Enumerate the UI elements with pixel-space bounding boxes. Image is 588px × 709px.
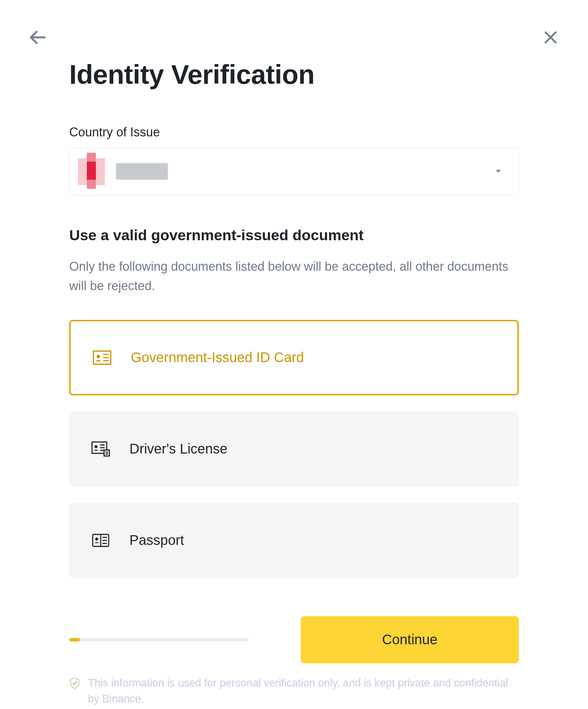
id-card-icon (93, 348, 111, 367)
page-title: Identity Verification (69, 59, 519, 90)
document-option-passport[interactable]: Passport (69, 503, 519, 578)
close-icon (542, 29, 559, 46)
identity-verification-modal: Identity Verification Country of Issue U… (0, 0, 588, 709)
svg-point-9 (94, 445, 98, 448)
country-flag-redacted (78, 153, 168, 191)
country-select[interactable] (69, 148, 519, 196)
arrow-left-icon (28, 28, 47, 47)
svg-rect-13 (104, 450, 109, 456)
shield-check-icon (69, 677, 80, 691)
document-option-label: Driver's License (129, 441, 227, 457)
country-label: Country of Issue (69, 125, 519, 140)
progress-bar (69, 638, 249, 641)
progress-fill (69, 638, 80, 641)
close-button[interactable] (541, 28, 560, 47)
document-option-label: Government-Issued ID Card (131, 350, 304, 365)
document-option-label: Passport (129, 532, 184, 548)
chevron-down-icon (494, 166, 503, 177)
back-button[interactable] (28, 28, 47, 47)
document-option-id-card[interactable]: Government-Issued ID Card (69, 320, 519, 395)
disclaimer-text: This information is used for personal ve… (88, 675, 519, 707)
svg-point-4 (97, 355, 100, 358)
footer-row: Continue (69, 616, 519, 663)
document-option-drivers-license[interactable]: Driver's License (69, 411, 519, 487)
disclaimer: This information is used for personal ve… (69, 675, 519, 707)
passport-icon (91, 531, 110, 550)
document-section-desc: Only the following documents listed belo… (69, 257, 519, 296)
modal-content: Identity Verification Country of Issue U… (0, 21, 588, 707)
document-section-title: Use a valid government-issued document (69, 227, 519, 244)
drivers-license-icon (91, 440, 110, 458)
svg-point-17 (95, 537, 98, 540)
continue-button[interactable]: Continue (301, 616, 519, 663)
